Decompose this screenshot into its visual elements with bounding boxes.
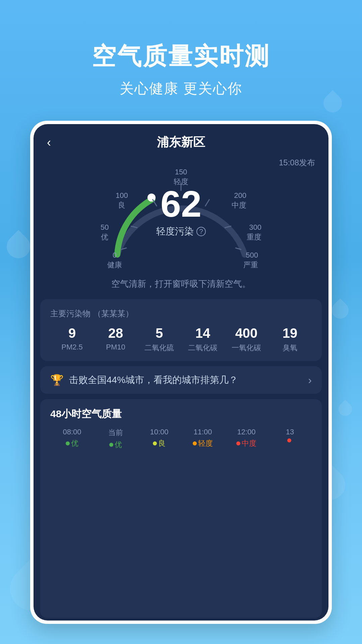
time-label: 11:00 bbox=[181, 428, 225, 436]
time-quality: 优 bbox=[94, 440, 137, 450]
hours48-title: 48小时空气质量 bbox=[50, 407, 312, 421]
svg-point-0 bbox=[147, 194, 156, 202]
pollutant-item: 9 PM2.5 bbox=[50, 326, 94, 353]
hero-header: 空气质量实时测 关心健康 更关心你 bbox=[0, 0, 362, 118]
scale-300: 300重度 bbox=[247, 223, 261, 242]
pollutant-name: 二氧化碳 bbox=[181, 343, 225, 353]
phone-screen: ‹ 浦东新区 15:08发布 bbox=[34, 124, 328, 621]
pollutant-value: 5 bbox=[137, 326, 181, 341]
ranking-banner[interactable]: 🏆 击败全国44%城市，看我的城市排第几？ › bbox=[40, 366, 322, 394]
ranking-text: 击败全国44%城市，看我的城市排第几？ bbox=[69, 374, 238, 386]
trophy-icon: 🏆 bbox=[50, 374, 64, 386]
time-slot: 08:00 优 bbox=[50, 428, 94, 450]
back-button[interactable]: ‹ bbox=[47, 136, 51, 150]
pollutant-name: PM10 bbox=[94, 343, 137, 352]
pollutants-card: 主要污染物 （某某某） 9 PM2.5 28 PM10 5 二氧化硫 14 二氧… bbox=[40, 299, 322, 361]
hero-title: 空气质量实时测 bbox=[0, 40, 362, 72]
time-label: 当前 bbox=[94, 428, 137, 438]
time-slot: 当前 优 bbox=[94, 428, 137, 450]
help-icon[interactable]: ? bbox=[196, 227, 206, 236]
pollutant-name: 臭氧 bbox=[268, 343, 312, 353]
time-quality bbox=[268, 438, 312, 442]
hours-timeline: 08:00 优 当前 优 10:00 良 11:00 轻度 12:00 中度 1… bbox=[50, 428, 312, 450]
pollutants-title: 主要污染物 （某某某） bbox=[50, 307, 312, 319]
pollutant-value: 9 bbox=[50, 326, 94, 341]
pollutant-value: 28 bbox=[94, 326, 137, 341]
publish-time: 15:08发布 bbox=[279, 157, 315, 168]
pollutant-value: 19 bbox=[268, 326, 312, 341]
time-quality: 中度 bbox=[225, 438, 268, 448]
time-label: 13 bbox=[268, 428, 312, 436]
ranking-left: 🏆 击败全国44%城市，看我的城市排第几？ bbox=[50, 374, 238, 386]
pollutant-name: 一氧化碳 bbox=[225, 343, 268, 353]
time-slot: 12:00 中度 bbox=[225, 428, 268, 450]
time-slot: 11:00 轻度 bbox=[181, 428, 225, 450]
scale-200: 200中度 bbox=[232, 191, 246, 210]
time-label: 08:00 bbox=[50, 428, 94, 436]
pollutant-name: PM2.5 bbox=[50, 343, 94, 352]
pollutant-item: 5 二氧化硫 bbox=[137, 326, 181, 353]
time-quality: 优 bbox=[50, 438, 94, 448]
hours48-card: 48小时空气质量 08:00 优 当前 优 10:00 良 11:00 轻度 1… bbox=[40, 399, 322, 618]
decorative-drop-3 bbox=[336, 400, 355, 419]
aqi-value-display: 62 轻度污染 ? bbox=[156, 185, 206, 238]
pollutant-item: 400 一氧化碳 bbox=[225, 326, 268, 353]
decorative-drop-2 bbox=[328, 299, 352, 322]
pollutant-value: 14 bbox=[181, 326, 225, 341]
pollutants-grid: 9 PM2.5 28 PM10 5 二氧化硫 14 二氧化碳 400 一氧化碳 … bbox=[50, 326, 312, 353]
time-label: 10:00 bbox=[137, 428, 181, 436]
scale-50: 50优 bbox=[101, 223, 109, 242]
pollutant-item: 19 臭氧 bbox=[268, 326, 312, 353]
ranking-arrow: › bbox=[308, 374, 312, 386]
aqi-number: 62 bbox=[156, 185, 206, 222]
time-label: 12:00 bbox=[225, 428, 268, 436]
location-title: 浦东新区 bbox=[157, 134, 205, 151]
time-slot: 10:00 良 bbox=[137, 428, 181, 450]
pollutant-value: 400 bbox=[225, 326, 268, 341]
time-slot: 13 bbox=[268, 428, 312, 450]
gauge-section: 15:08发布 bbox=[34, 154, 328, 275]
time-quality: 良 bbox=[137, 438, 181, 448]
scale-0: 0健康 bbox=[107, 251, 122, 270]
time-quality: 轻度 bbox=[181, 438, 225, 448]
aqi-status-label: 轻度污染 ? bbox=[156, 225, 206, 238]
advice-text: 空气清新，打开窗呼吸下清新空气。 bbox=[34, 275, 328, 297]
hero-subtitle: 关心健康 更关心你 bbox=[0, 79, 362, 98]
scale-500: 500严重 bbox=[243, 251, 258, 270]
scale-100: 100良 bbox=[116, 191, 128, 210]
pollutant-item: 14 二氧化碳 bbox=[181, 326, 225, 353]
phone-mockup: ‹ 浦东新区 15:08发布 bbox=[30, 121, 332, 624]
pollutant-name: 二氧化硫 bbox=[137, 343, 181, 353]
app-header: ‹ 浦东新区 bbox=[34, 124, 328, 154]
aqi-gauge: 150轻度 100良 200中度 50优 300重度 0健康 5 bbox=[97, 161, 265, 268]
pollutant-item: 28 PM10 bbox=[94, 326, 137, 353]
